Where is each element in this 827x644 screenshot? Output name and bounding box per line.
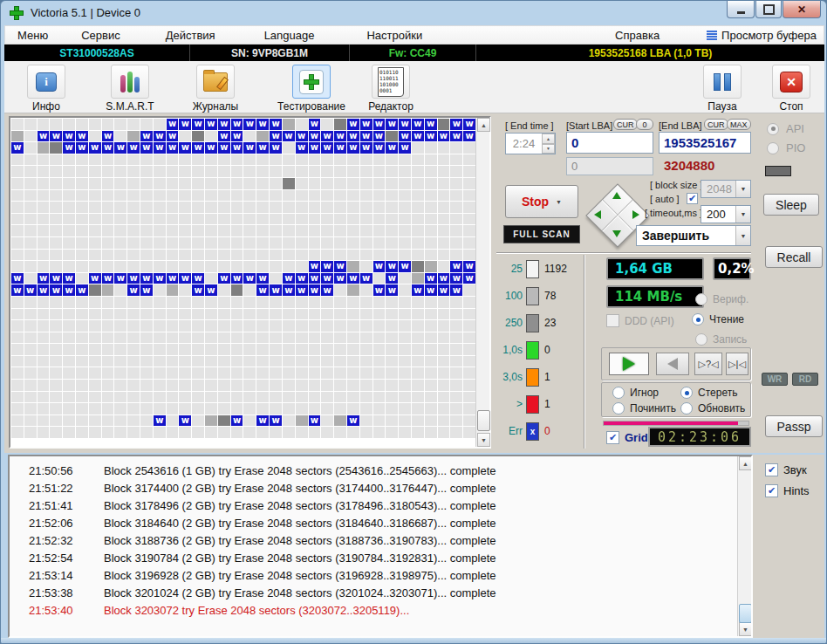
grid-checkbox[interactable]: ✔Grid bbox=[606, 431, 648, 444]
edge-jump-button[interactable]: ▷|◁ bbox=[726, 353, 748, 375]
nav-left-icon[interactable] bbox=[594, 210, 601, 219]
map-cell bbox=[102, 427, 114, 438]
buffer-view-button[interactable]: Просмотр буфера bbox=[707, 29, 817, 42]
close-button[interactable]: ✕ bbox=[783, 1, 821, 18]
menu-item-0[interactable]: Меню bbox=[10, 29, 55, 42]
map-cell: w bbox=[386, 119, 398, 130]
log-scroll-thumb[interactable] bbox=[739, 604, 752, 623]
pause-button[interactable]: Пауза bbox=[697, 65, 748, 113]
map-cell bbox=[425, 332, 437, 344]
map-cell bbox=[450, 403, 462, 414]
timeout-combo[interactable]: 200▼ bbox=[701, 205, 751, 223]
maximize-button[interactable] bbox=[755, 1, 782, 18]
map-cell bbox=[360, 392, 372, 403]
map-cell: w bbox=[334, 131, 346, 142]
log-scrollbar[interactable]: ▲ ▼ bbox=[737, 456, 751, 636]
map-cell: w bbox=[438, 284, 450, 296]
spin-up-icon[interactable]: ▲ bbox=[542, 134, 555, 144]
erase-radio[interactable]: Стереть bbox=[680, 387, 737, 399]
minimize-button[interactable] bbox=[727, 1, 755, 18]
journals-button[interactable]: Журналы bbox=[182, 65, 249, 113]
repair-radio[interactable]: Починить bbox=[612, 402, 676, 414]
smart-button[interactable]: S.M.A.R.T bbox=[99, 65, 161, 113]
end-max-button[interactable]: MAX bbox=[727, 119, 751, 130]
ddd-checkbox[interactable]: DDD (API) bbox=[606, 314, 674, 327]
sleep-button[interactable]: Sleep bbox=[763, 194, 819, 216]
rewind-button[interactable] bbox=[656, 353, 689, 375]
pio-radio[interactable]: PIO bbox=[767, 141, 805, 154]
menu-item-4[interactable]: Настройки bbox=[359, 29, 429, 42]
menu-item-3[interactable]: Language bbox=[257, 29, 322, 42]
map-cell bbox=[399, 154, 411, 166]
map-cell bbox=[425, 415, 437, 427]
map-cell bbox=[127, 190, 140, 202]
map-cell bbox=[11, 415, 24, 427]
auto-checkbox[interactable]: ✔ bbox=[687, 193, 698, 204]
menu-item-help[interactable]: Справка bbox=[608, 29, 666, 42]
start-zero-button[interactable]: 0 bbox=[636, 119, 653, 130]
scan-stop-button[interactable]: Stop ▼ bbox=[505, 185, 578, 218]
read-radio[interactable]: Чтение bbox=[692, 313, 744, 325]
map-cell bbox=[296, 202, 308, 213]
end-time-spinner[interactable]: 2:24 ▲▼ bbox=[505, 133, 556, 154]
info-button[interactable]: i Инфо bbox=[20, 65, 72, 113]
menu-item-1[interactable]: Сервис bbox=[74, 29, 127, 42]
end-lba-input[interactable]: 1953525167 bbox=[659, 132, 751, 154]
rd-button[interactable]: RD bbox=[792, 373, 818, 386]
testing-button[interactable]: Тестирование bbox=[270, 65, 353, 113]
block-size-combo[interactable]: 2048▼ bbox=[701, 180, 751, 198]
editor-button[interactable]: 010110 110011 101000 0001 Редактор bbox=[360, 65, 421, 113]
map-cell bbox=[347, 166, 359, 177]
map-scrollbar[interactable]: ▲ ▼ bbox=[475, 118, 489, 447]
full-scan-button[interactable]: FULL SCAN bbox=[503, 225, 580, 243]
nav-up-icon[interactable] bbox=[612, 192, 621, 199]
wr-button[interactable]: WR bbox=[762, 373, 788, 386]
map-scroll-thumb[interactable] bbox=[477, 410, 490, 431]
latency-counters: 25119210078250231,0s03,0s1>1Errx0 bbox=[493, 260, 580, 452]
map-cell bbox=[256, 380, 269, 391]
hints-checkbox[interactable]: ✔Hints bbox=[765, 484, 810, 497]
map-cell bbox=[373, 166, 386, 177]
map-cell bbox=[102, 380, 114, 391]
menu-item-2[interactable]: Действия bbox=[159, 29, 222, 42]
sound-checkbox[interactable]: ✔Звук bbox=[765, 463, 807, 476]
log-text: Block 3188736 (2 GB) try Erase 2048 sect… bbox=[104, 534, 496, 547]
ignore-radio[interactable]: Игнор bbox=[612, 387, 659, 399]
start-lba-input[interactable]: 0 bbox=[566, 132, 653, 154]
map-cell bbox=[179, 427, 191, 438]
map-cell bbox=[114, 309, 126, 320]
map-cell: w bbox=[309, 273, 321, 284]
start-cur-button[interactable]: CUR bbox=[613, 119, 638, 130]
map-cell bbox=[360, 178, 372, 189]
map-cell bbox=[412, 309, 424, 320]
counter-color-block: x bbox=[526, 422, 539, 441]
scroll-down-icon[interactable]: ▼ bbox=[477, 433, 490, 447]
scroll-up-icon[interactable]: ▲ bbox=[477, 118, 490, 132]
write-radio[interactable]: Запись bbox=[695, 333, 747, 346]
log-scroll-down-icon[interactable]: ▼ bbox=[739, 622, 752, 636]
api-radio[interactable]: API bbox=[767, 122, 804, 135]
recall-button[interactable]: Recall bbox=[765, 246, 823, 268]
map-cell bbox=[256, 332, 269, 344]
map-cell bbox=[38, 427, 50, 438]
map-cell bbox=[334, 178, 346, 189]
verify-radio[interactable]: Вериф. bbox=[695, 293, 748, 305]
map-cell bbox=[231, 202, 243, 213]
end-cur-button[interactable]: CUR bbox=[704, 119, 728, 130]
map-cell bbox=[24, 237, 37, 249]
after-action-combo[interactable]: Завершить▼ bbox=[636, 225, 751, 246]
refresh-radio[interactable]: Обновить bbox=[680, 402, 745, 414]
map-cell bbox=[102, 261, 114, 272]
map-cell: w bbox=[270, 284, 282, 296]
map-cell bbox=[309, 178, 321, 189]
nav-down-icon[interactable] bbox=[612, 230, 621, 237]
play-button[interactable] bbox=[609, 353, 649, 375]
nav-right-icon[interactable] bbox=[632, 210, 639, 219]
map-cell: w bbox=[309, 119, 321, 130]
stop-button[interactable]: ✕ Стоп bbox=[767, 65, 816, 113]
passp-button[interactable]: Passp bbox=[765, 415, 823, 437]
spin-down-icon[interactable]: ▼ bbox=[542, 144, 555, 154]
seek-test-button[interactable]: ▷?◁ bbox=[694, 353, 722, 375]
log-scroll-up-icon[interactable]: ▲ bbox=[739, 456, 752, 470]
map-cell bbox=[334, 392, 346, 403]
